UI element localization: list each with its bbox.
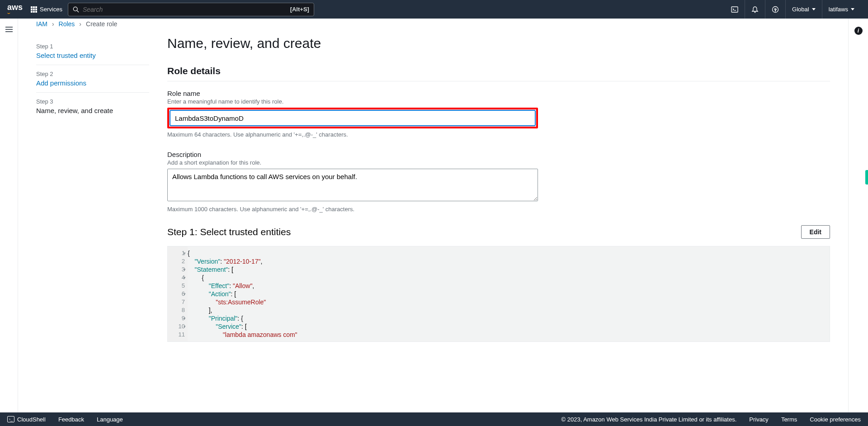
aws-logo[interactable]: aws ⌣ xyxy=(7,3,23,16)
step-title: Add permissions xyxy=(36,79,149,87)
left-rail xyxy=(0,19,18,412)
step1-review-header: Step 1: Select trusted entities Edit xyxy=(167,225,830,239)
copyright-text: © 2023, Amazon Web Services India Privat… xyxy=(561,416,737,423)
notifications-button[interactable] xyxy=(745,0,765,19)
cloudshell-top-button[interactable] xyxy=(725,0,745,19)
chevron-down-icon xyxy=(851,8,854,10)
trust-policy-editor: 1 2 3 4 5 6 7 8 9 10 11 { "Ver xyxy=(167,246,830,342)
wizard-steps: Step 1 Select trusted entity Step 2 Add … xyxy=(36,35,149,342)
cookie-preferences-link[interactable]: Cookie preferences xyxy=(810,416,861,423)
user-menu[interactable]: latifaws xyxy=(822,0,861,19)
breadcrumb-current: Create role xyxy=(86,20,117,28)
language-link[interactable]: Language xyxy=(97,416,123,423)
breadcrumb: IAM › Roles › Create role xyxy=(18,19,848,35)
chevron-right-icon: › xyxy=(79,20,81,28)
svg-point-0 xyxy=(73,7,77,11)
role-name-constraint: Maximum 64 characters. Use alphanumeric … xyxy=(167,131,538,138)
top-nav: aws ⌣ Services [Alt+S] ? Global latifaws xyxy=(0,0,868,19)
privacy-link[interactable]: Privacy xyxy=(749,416,769,423)
user-label: latifaws xyxy=(829,6,848,13)
feedback-link[interactable]: Feedback xyxy=(58,416,84,423)
search-box[interactable]: [Alt+S] xyxy=(68,3,314,16)
description-label: Description xyxy=(167,151,538,158)
search-shortcut: [Alt+S] xyxy=(290,6,309,13)
svg-point-4 xyxy=(755,12,755,13)
role-name-highlight-box xyxy=(167,108,538,128)
breadcrumb-roles[interactable]: Roles xyxy=(59,20,75,28)
description-hint: Add a short explanation for this role. xyxy=(167,159,538,166)
info-icon[interactable]: i xyxy=(854,27,863,35)
description-constraint: Maximum 1000 characters. Use alphanumeri… xyxy=(167,206,538,213)
region-selector[interactable]: Global xyxy=(785,0,822,19)
wizard-step-1[interactable]: Step 1 Select trusted entity xyxy=(36,38,149,65)
bell-icon xyxy=(751,6,759,13)
services-label: Services xyxy=(40,6,62,13)
description-textarea[interactable] xyxy=(167,169,538,201)
svg-text:?: ? xyxy=(774,7,777,12)
code-gutter: 1 2 3 4 5 6 7 8 9 10 11 xyxy=(168,246,188,341)
step-title: Select trusted entity xyxy=(36,52,149,59)
svg-line-1 xyxy=(77,10,79,12)
role-name-group: Role name Enter a meaningful name to ide… xyxy=(167,90,538,138)
right-rail: i xyxy=(848,19,868,412)
region-label: Global xyxy=(792,6,809,13)
step-number: Step 1 xyxy=(36,43,149,50)
role-name-input[interactable] xyxy=(170,110,535,126)
cloudshell-label: CloudShell xyxy=(17,416,46,423)
chevron-right-icon: › xyxy=(52,20,54,28)
search-input[interactable] xyxy=(83,6,287,13)
role-name-hint: Enter a meaningful name to identify this… xyxy=(167,98,538,105)
step-number: Step 2 xyxy=(36,71,149,77)
wizard-step-2[interactable]: Step 2 Add permissions xyxy=(36,65,149,93)
cloudshell-icon: ›_ xyxy=(7,416,14,422)
code-content[interactable]: { "Version": "2012-10-17", "Statement": … xyxy=(188,246,297,341)
top-right-controls: ? Global latifaws xyxy=(725,0,861,19)
bottom-bar: ›_ CloudShell Feedback Language © 2023, … xyxy=(0,412,868,426)
edit-button[interactable]: Edit xyxy=(801,225,830,239)
page-title: Name, review, and create xyxy=(167,36,830,51)
chevron-down-icon xyxy=(812,8,816,10)
step-title: Name, review, and create xyxy=(36,107,149,114)
services-button[interactable]: Services xyxy=(31,6,62,13)
breadcrumb-iam[interactable]: IAM xyxy=(36,20,47,28)
step-number: Step 3 xyxy=(36,98,149,105)
form-column: Name, review, and create Role details Ro… xyxy=(167,35,830,342)
wizard-step-3: Step 3 Name, review, and create xyxy=(36,93,149,120)
cloudshell-button[interactable]: ›_ CloudShell xyxy=(7,416,46,423)
svg-rect-2 xyxy=(731,7,738,12)
help-icon: ? xyxy=(772,6,779,13)
grid-icon xyxy=(31,6,37,13)
content-area: IAM › Roles › Create role Step 1 Select … xyxy=(18,19,848,412)
role-details-heading: Role details xyxy=(167,66,830,81)
menu-toggle-icon[interactable] xyxy=(5,27,13,32)
feedback-tab[interactable] xyxy=(865,170,868,185)
role-name-label: Role name xyxy=(167,90,538,97)
terms-link[interactable]: Terms xyxy=(781,416,797,423)
step1-review-heading: Step 1: Select trusted entities xyxy=(167,227,291,237)
search-icon xyxy=(73,6,79,13)
help-button[interactable]: ? xyxy=(765,0,785,19)
description-group: Description Add a short explanation for … xyxy=(167,151,538,213)
